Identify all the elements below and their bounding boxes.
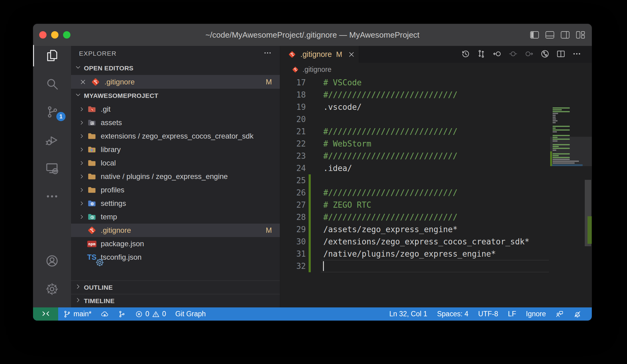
tree-item[interactable]: settings — [71, 197, 280, 210]
change-circle-button[interactable] — [509, 49, 518, 60]
editor-scrollbar[interactable] — [584, 107, 592, 307]
encoding[interactable]: UTF-8 — [478, 310, 498, 318]
tree-item[interactable]: native / plugins / zego_express_engine — [71, 170, 280, 183]
eol[interactable]: LF — [508, 310, 516, 318]
timeline-section[interactable]: TIMELINE — [71, 294, 280, 307]
close-tab-button[interactable] — [348, 51, 355, 58]
code-line-26[interactable]: 26#/////////////////////////// — [280, 187, 592, 199]
layout-sidebar-left-button[interactable] — [530, 31, 539, 39]
code-line-18[interactable]: 18#/////////////////////////// — [280, 89, 592, 101]
language-mode[interactable]: Ignore — [526, 310, 546, 318]
minimize-window-button[interactable] — [51, 31, 58, 39]
activity-bar-item-more[interactable] — [33, 182, 71, 210]
tab-gitignore[interactable]: .gitignore M — [280, 46, 359, 63]
chevron-right-icon — [79, 187, 85, 193]
outline-section[interactable]: OUTLINE — [71, 280, 280, 294]
code-line-24[interactable]: 24.idea/ — [280, 162, 592, 174]
activity-bar-item-remote-explorer[interactable] — [33, 154, 71, 182]
minimap-line — [553, 126, 570, 127]
debug-icon — [45, 133, 59, 147]
line-text: #/////////////////////////// — [323, 89, 457, 101]
code-line-28[interactable]: 28#/////////////////////////// — [280, 211, 592, 223]
open-editors-section[interactable]: OPEN EDITORS — [71, 61, 280, 75]
layout-sidebar-right-button[interactable] — [561, 31, 570, 39]
ts-icon: TS — [87, 254, 97, 261]
activity-bar-item-run-debug[interactable] — [33, 126, 71, 154]
tree-item[interactable]: .git — [71, 102, 280, 116]
minimap-line — [553, 159, 570, 160]
code-editor[interactable]: 17# VSCode18#///////////////////////////… — [280, 76, 592, 307]
indentation[interactable]: Spaces: 4 — [437, 310, 468, 318]
tree-item[interactable]: npmpackage.json — [71, 237, 280, 251]
code-line-31[interactable]: 31/native/plugins/zego_express_engine* — [280, 248, 592, 260]
open-changes-button[interactable] — [477, 49, 486, 60]
tree-item[interactable]: extensions / zego_express_cocos_creator_… — [71, 129, 280, 143]
breadcrumb[interactable]: .gitignore — [280, 63, 592, 76]
feedback[interactable] — [556, 310, 564, 318]
code-line-20[interactable]: 20 — [280, 113, 592, 125]
code-line-23[interactable]: 23#/////////////////////////// — [280, 150, 592, 162]
tree-item[interactable]: TStsconfig.json — [71, 251, 280, 264]
code-line-19[interactable]: 19.vscode/ — [280, 101, 592, 113]
activity-bar-item-source-control[interactable]: 1 — [33, 98, 71, 126]
code-line-27[interactable]: 27# ZEGO RTC — [280, 199, 592, 211]
close-editor-button[interactable] — [80, 79, 89, 85]
tree-item[interactable]: temp — [71, 210, 280, 224]
open-editor-item[interactable]: .gitignoreM — [71, 75, 280, 89]
tree-item[interactable]: .gitignoreM — [71, 224, 280, 237]
code-line-30[interactable]: 30/extensions/zego_express_cocos_creator… — [280, 236, 592, 248]
line-number: 32 — [280, 260, 306, 272]
tree-item[interactable]: assets — [71, 116, 280, 129]
code-line-17[interactable]: 17# VSCode — [280, 76, 592, 89]
project-section[interactable]: MYAWESOMEPROJECT — [71, 89, 280, 102]
git-file-icon — [288, 50, 296, 58]
git-graph-file-button[interactable] — [540, 49, 550, 60]
git-graph-label[interactable]: Git Graph — [175, 310, 206, 318]
minimap[interactable] — [550, 107, 584, 307]
problems[interactable]: 00 — [135, 310, 166, 318]
ellipsis-icon — [45, 189, 59, 203]
previous-change-button[interactable] — [493, 49, 502, 60]
git-file-icon — [87, 226, 96, 235]
git-graph-view[interactable] — [118, 310, 126, 318]
tree-item[interactable]: library — [71, 143, 280, 156]
tree-item[interactable]: local — [71, 156, 280, 170]
close-window-button[interactable] — [39, 31, 47, 39]
project-label: MYAWESOMEPROJECT — [84, 92, 158, 99]
explorer-more-actions[interactable] — [263, 49, 272, 59]
code-line-29[interactable]: 29/assets/zego_express_engine* — [280, 223, 592, 236]
npm-icon: npm — [87, 241, 96, 247]
git-file-icon — [91, 77, 100, 87]
remote-indicator[interactable] — [33, 307, 58, 321]
code-line-25[interactable]: 25 — [280, 174, 592, 187]
line-number: 17 — [280, 76, 306, 89]
zoom-window-button[interactable] — [63, 31, 70, 39]
line-number: 31 — [280, 248, 306, 260]
sidebar-header: EXPLORER — [71, 46, 280, 61]
notifications-muted[interactable] — [573, 310, 581, 318]
files-icon — [45, 49, 59, 63]
minimap-line — [553, 150, 556, 151]
publish-changes[interactable] — [101, 310, 109, 318]
code-line-21[interactable]: 21#/////////////////////////// — [280, 125, 592, 138]
code-line-32[interactable]: 32 — [280, 260, 592, 272]
more-actions-button[interactable] — [572, 49, 581, 60]
tree-item[interactable]: profiles — [71, 183, 280, 197]
window-title: ~/code/MyAwesomeProject/.gitignore — MyA… — [33, 30, 592, 40]
layout-panel-button[interactable] — [545, 31, 554, 39]
timeline-history-button[interactable] — [461, 49, 470, 60]
code-line-22[interactable]: 22# WebStorm — [280, 138, 592, 150]
branch-indicator[interactable]: main* — [63, 310, 92, 318]
next-change-button[interactable] — [524, 49, 534, 60]
git-graph-circle-icon — [540, 49, 550, 58]
activity-bar-item-explorer[interactable] — [33, 42, 71, 70]
activity-bar-item-settings[interactable] — [33, 275, 71, 303]
line-text: # VSCode — [323, 76, 362, 89]
layout-customize-button[interactable] — [576, 31, 585, 39]
cursor-position[interactable]: Ln 32, Col 1 — [389, 310, 427, 318]
split-editor-button[interactable] — [556, 49, 565, 60]
activity-bar-item-search[interactable] — [33, 70, 71, 98]
activity-bar-item-accounts[interactable] — [33, 247, 71, 275]
ellipsis-icon — [572, 49, 581, 58]
line-text: /assets/zego_express_engine* — [323, 223, 457, 236]
